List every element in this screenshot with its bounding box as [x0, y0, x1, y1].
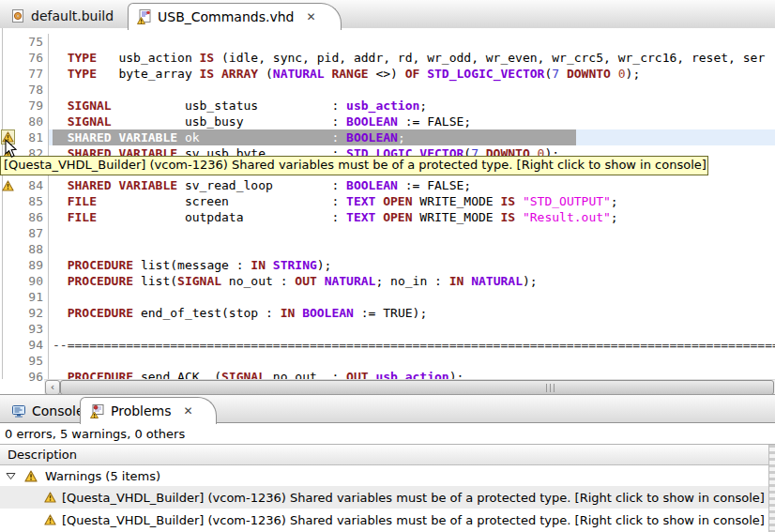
code-line[interactable]: 89 PROCEDURE list(message : IN STRING);: [0, 257, 775, 273]
tab-problems[interactable]: Problems ✕: [80, 397, 217, 424]
line-number: 79: [15, 98, 49, 114]
editor-tab-label: USB_Commands.vhd: [158, 9, 294, 24]
annotation-ruler-cell: [0, 337, 15, 353]
warnings-group-row[interactable]: Warnings (5 items): [0, 465, 775, 486]
code-line[interactable]: 94--====================================…: [0, 337, 775, 353]
line-number: 94: [15, 337, 49, 353]
code-line[interactable]: 88: [0, 241, 775, 257]
line-number: 84: [15, 177, 49, 193]
code-text: [49, 241, 775, 257]
annotation-ruler-cell: [0, 50, 15, 66]
warnings-group-label: Warnings (5 items): [45, 469, 160, 483]
line-number: 78: [15, 82, 49, 98]
annotation-ruler-cell: [0, 114, 15, 129]
editor-tab-usb-commands[interactable]: USB_Commands.vhd ✕: [128, 3, 342, 30]
annotation-ruler-cell: [0, 82, 15, 98]
problem-row[interactable]: [Questa_VHDL_Builder] (vcom-1236) Shared…: [0, 486, 775, 509]
code-line[interactable]: 92 PROCEDURE end_of_test(stop : IN BOOLE…: [0, 305, 775, 321]
line-number: 92: [15, 305, 49, 321]
annotation-ruler-cell: [0, 305, 15, 321]
code-text: FILE outpdata : TEXT OPEN WRITE_MODE IS …: [49, 209, 775, 225]
problems-vertical-scrollbar[interactable]: [768, 445, 775, 532]
code-line[interactable]: 91: [0, 289, 775, 305]
editor-tab-label: default.build: [31, 8, 114, 23]
problem-row[interactable]: [Questa_VHDL_Builder] (vcom-1236) Shared…: [0, 509, 775, 531]
code-line[interactable]: 76 TYPE usb_action IS (idle, sync, pid, …: [0, 50, 775, 66]
code-line[interactable]: 90 PROCEDURE list(SIGNAL no_out : OUT NA…: [0, 273, 775, 289]
annotation-ruler-cell: [0, 98, 15, 114]
eclipse-ide-window: default.build USB_Commands.vhd ✕ 7576 TY…: [0, 0, 775, 532]
line-number: 77: [15, 66, 49, 82]
code-text: [49, 289, 775, 305]
annotation-ruler-cell: [0, 193, 15, 209]
problem-description: [Questa_VHDL_Builder] (vcom-1236) Shared…: [62, 513, 765, 527]
horizontal-scrollbar[interactable]: ‹: [44, 379, 775, 394]
code-line[interactable]: 77 TYPE byte_array IS ARRAY (NATURAL RAN…: [0, 66, 775, 82]
code-text: [49, 82, 775, 98]
code-line[interactable]: 86 FILE outpdata : TEXT OPEN WRITE_MODE …: [0, 209, 775, 225]
code-line[interactable]: 80 SIGNAL usb_busy : BOOLEAN := FALSE;: [0, 114, 775, 129]
code-line[interactable]: 87: [0, 225, 775, 241]
code-text: TYPE usb_action IS (idle, sync, pid, add…: [49, 50, 775, 66]
code-line[interactable]: 84 SHARED VARIABLE sv_read_loop : BOOLEA…: [0, 177, 775, 193]
code-text: SHARED VARIABLE sv_read_loop : BOOLEAN :…: [49, 177, 775, 193]
code-text: SIGNAL usb_busy : BOOLEAN := FALSE;: [49, 114, 775, 129]
code-text: SIGNAL usb_status : usb_action;: [49, 98, 775, 114]
scrollbar-left-arrow-icon[interactable]: ‹: [45, 380, 60, 394]
line-number: 81: [15, 129, 49, 145]
code-line[interactable]: 93: [0, 321, 775, 337]
code-line[interactable]: 95: [0, 353, 775, 369]
annotation-ruler-cell: [0, 273, 15, 289]
code-text: PROCEDURE list(SIGNAL no_out : OUT NATUR…: [49, 273, 775, 289]
problems-icon: [90, 403, 105, 418]
annotation-ruler-cell: [0, 289, 15, 305]
annotation-ruler-cell: [0, 66, 15, 82]
tab-label: Problems: [111, 403, 172, 418]
code-line[interactable]: 79 SIGNAL usb_status : usb_action;: [0, 98, 775, 114]
code-text: [49, 321, 775, 337]
bottom-tabbar: Console Problems ✕: [0, 395, 775, 423]
code-text: SHARED VARIABLE ok : BOOLEAN;: [49, 129, 775, 145]
line-number: 86: [15, 209, 49, 225]
warning-icon: [44, 514, 56, 525]
vhdl-file-icon: [137, 9, 152, 24]
scrollbar-thumb[interactable]: [60, 380, 774, 394]
annotation-ruler-cell: [0, 369, 15, 385]
line-number: 95: [15, 353, 49, 369]
problems-summary: 0 errors, 5 warnings, 0 others: [0, 423, 775, 445]
annotation-ruler-cell: [0, 241, 15, 257]
annotation-ruler-cell: [0, 177, 15, 193]
code-lines: 7576 TYPE usb_action IS (idle, sync, pid…: [0, 34, 775, 385]
code-text: PROCEDURE end_of_test(stop : IN BOOLEAN …: [49, 305, 775, 321]
build-file-icon: [10, 8, 25, 23]
line-number: 90: [15, 273, 49, 289]
code-line[interactable]: 81 SHARED VARIABLE ok : BOOLEAN;: [0, 129, 775, 145]
problem-rows: [Questa_VHDL_Builder] (vcom-1236) Shared…: [0, 486, 775, 531]
code-editor[interactable]: 7576 TYPE usb_action IS (idle, sync, pid…: [0, 28, 775, 394]
warning-tooltip: [Questa_VHDL_Builder] (vcom-1236) Shared…: [0, 156, 708, 175]
code-text: --======================================…: [49, 337, 775, 353]
line-number: 85: [15, 193, 49, 209]
tab-close-icon[interactable]: ✕: [306, 11, 315, 23]
code-line[interactable]: 75: [0, 34, 775, 50]
code-line[interactable]: 85 FILE screen : TEXT OPEN WRITE_MODE IS…: [0, 193, 775, 209]
expander-icon[interactable]: [6, 472, 21, 480]
tab-close-icon[interactable]: ✕: [184, 405, 193, 417]
warning-icon: [24, 470, 38, 482]
editor-tabbar: default.build USB_Commands.vhd ✕: [0, 0, 775, 29]
tab-console[interactable]: Console: [4, 399, 92, 422]
editor-tab-default-build[interactable]: default.build: [2, 4, 125, 28]
mouse-cursor: [5, 139, 18, 161]
code-line[interactable]: 78: [0, 82, 775, 98]
code-text: PROCEDURE list(message : IN STRING);: [49, 257, 775, 273]
code-text: TYPE byte_array IS ARRAY (NATURAL RANGE …: [49, 66, 775, 82]
annotation-ruler-cell: [0, 34, 15, 50]
line-number: 87: [15, 225, 49, 241]
code-text: [49, 225, 775, 241]
scrollbar-grip: [546, 384, 555, 392]
line-number: 76: [15, 50, 49, 66]
annotation-ruler-cell: [0, 321, 15, 337]
problem-description: [Questa_VHDL_Builder] (vcom-1236) Shared…: [62, 491, 765, 505]
code-text: [49, 34, 775, 50]
column-header-description[interactable]: Description: [0, 445, 775, 465]
